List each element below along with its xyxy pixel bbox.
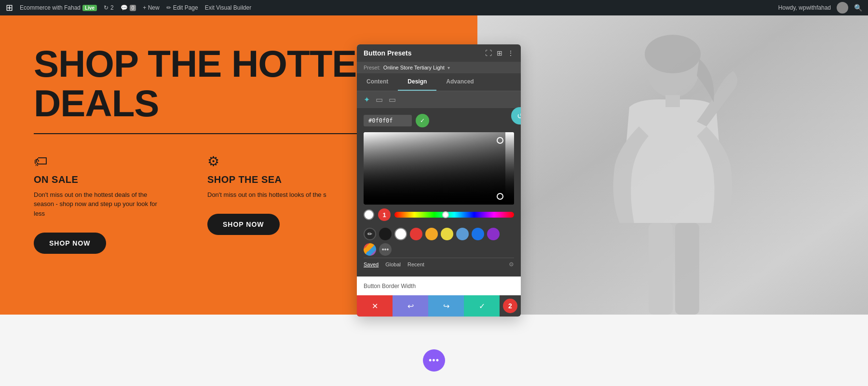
- color-tab-recent[interactable]: Recent: [407, 262, 424, 267]
- gradient-canvas[interactable]: [364, 132, 514, 205]
- swatch-red[interactable]: [410, 228, 422, 240]
- live-badge: Live: [82, 5, 97, 11]
- hue-slider-thumb[interactable]: [442, 211, 449, 218]
- confirm-button[interactable]: ✓: [464, 295, 500, 317]
- feature2-desc: Don't miss out on this hottest looks of …: [207, 190, 326, 200]
- exit-builder-button[interactable]: Exit Visual Builder: [205, 4, 252, 11]
- feature1-title: ON SALE: [34, 174, 169, 185]
- season-icon: ⚙: [207, 153, 326, 169]
- bottom-bar: •••: [0, 315, 868, 386]
- panel-field-label: Button Border Width: [357, 276, 521, 295]
- feature1-desc: Don't miss out on the hottest deals of t…: [34, 190, 169, 219]
- woman-figure-svg: [591, 30, 755, 315]
- swatch-lightblue[interactable]: [456, 228, 469, 240]
- swatch-amber[interactable]: [425, 228, 438, 240]
- panel-header: Button Presets ⛶ ⊞ ⋮: [357, 44, 521, 62]
- tab-content[interactable]: Content: [357, 73, 398, 91]
- pencil-color-tool[interactable]: ✏: [364, 228, 376, 240]
- color-tab-saved[interactable]: Saved: [364, 262, 379, 267]
- preset-value[interactable]: Online Store Tertiary Light: [383, 65, 445, 70]
- comments-badge: 0: [130, 5, 136, 11]
- panel-header-icons: ⛶ ⊞ ⋮: [485, 49, 514, 57]
- edit-page-button[interactable]: ✏ Edit Page: [166, 4, 198, 11]
- svg-point-5: [645, 35, 701, 73]
- section-icon-2[interactable]: ▭: [376, 95, 383, 104]
- expand-icon[interactable]: ⛶: [485, 49, 492, 57]
- shop-now-button-1[interactable]: SHOP NOW: [34, 233, 106, 254]
- swatch-black[interactable]: [379, 228, 392, 240]
- more-icon[interactable]: ⋮: [507, 49, 514, 57]
- admin-bar: ⊞ Ecommerce with Fahad Live ↻ 2 💬 0 + Ne…: [0, 0, 868, 15]
- feature-on-sale: 🏷 ON SALE Don't miss out on the hottest …: [34, 153, 169, 254]
- floating-dots-button[interactable]: •••: [423, 349, 445, 372]
- hero-right-panel: [477, 15, 868, 315]
- feature-season: ⚙ SHOP THE SEA Don't miss out on this ho…: [207, 153, 326, 254]
- section-icon-1[interactable]: ✦: [364, 95, 370, 104]
- user-avatar: [837, 2, 848, 14]
- color-swatches-row: ✏ •••: [364, 224, 514, 258]
- preset-bar: Preset: Online Store Tertiary Light ▾: [357, 62, 521, 73]
- badge-1: 1: [378, 208, 391, 221]
- cancel-button[interactable]: ✕: [357, 295, 393, 317]
- revisions-icon: ↻: [104, 4, 108, 11]
- svg-rect-2: [649, 223, 673, 315]
- new-button[interactable]: + New: [143, 4, 159, 11]
- svg-rect-4: [665, 95, 680, 107]
- panel-action-bar: ✕ ↩ ↪ ✓ 2: [357, 295, 521, 317]
- hero-image: [477, 15, 868, 315]
- pencil-icon: ✏: [166, 4, 171, 11]
- redo-button[interactable]: ↪: [428, 295, 464, 317]
- shop-now-button-2[interactable]: SHOP NOW: [207, 214, 280, 235]
- color-tab-global[interactable]: Global: [385, 262, 401, 267]
- revisions-item[interactable]: ↻ 2: [104, 4, 114, 11]
- sale-icon: 🏷: [34, 153, 169, 169]
- feature2-title: SHOP THE SEA: [207, 174, 326, 185]
- layout-icon[interactable]: ⊞: [497, 49, 502, 57]
- section-icon-3[interactable]: ▭: [389, 95, 396, 104]
- wp-logo-icon[interactable]: ⊞: [6, 2, 13, 13]
- undo-button[interactable]: ↩: [393, 295, 428, 317]
- swatch-white[interactable]: [394, 228, 407, 240]
- comments-icon: 💬: [121, 4, 128, 11]
- color-tabs-row: Saved Global Recent ⚙: [364, 258, 514, 271]
- comments-item[interactable]: 💬 0: [121, 4, 136, 11]
- tab-advanced[interactable]: Advanced: [436, 73, 483, 91]
- hue-slider-row: 1: [364, 208, 514, 221]
- site-name[interactable]: Ecommerce with Fahad Live: [20, 4, 97, 11]
- panel-icons-row: ✦ ▭ ▭: [357, 91, 521, 108]
- gradient-picker-thumb-bottom[interactable]: [497, 193, 503, 200]
- badge-2: 2: [503, 299, 517, 313]
- color-hex-row: ✓: [364, 114, 514, 127]
- admin-bar-right: Howdy, wpwithfahad 🔍: [778, 2, 862, 14]
- swatch-multi[interactable]: [364, 243, 376, 256]
- swatch-blue[interactable]: [472, 228, 484, 240]
- swatch-purple[interactable]: [487, 228, 500, 240]
- preset-label: Preset:: [364, 65, 380, 70]
- more-swatches-button[interactable]: •••: [379, 243, 392, 256]
- panel-title: Button Presets: [364, 49, 412, 57]
- color-confirm-button[interactable]: ✓: [416, 114, 429, 127]
- search-icon[interactable]: 🔍: [854, 4, 862, 12]
- hue-slider[interactable]: [394, 212, 514, 218]
- chevron-down-icon: ▾: [448, 65, 450, 70]
- svg-rect-3: [675, 223, 699, 315]
- color-settings-gear-icon[interactable]: ⚙: [509, 261, 514, 268]
- user-greeting: Howdy, wpwithfahad: [778, 4, 831, 11]
- color-hex-input[interactable]: [364, 115, 412, 126]
- color-picker-area: ✓ 1 ✏: [357, 108, 521, 276]
- tab-design[interactable]: Design: [398, 73, 436, 91]
- white-swatch[interactable]: [364, 209, 374, 220]
- swatch-yellow[interactable]: [441, 228, 453, 240]
- panel-tabs: Content Design Advanced: [357, 73, 521, 91]
- presets-panel: Button Presets ⛶ ⊞ ⋮ Preset: Online Stor…: [357, 44, 521, 317]
- page-canvas: SHOP THE HOTTE DEALS 🏷 ON SALE Don't mis…: [0, 15, 868, 386]
- gradient-picker-thumb-top[interactable]: [497, 137, 503, 144]
